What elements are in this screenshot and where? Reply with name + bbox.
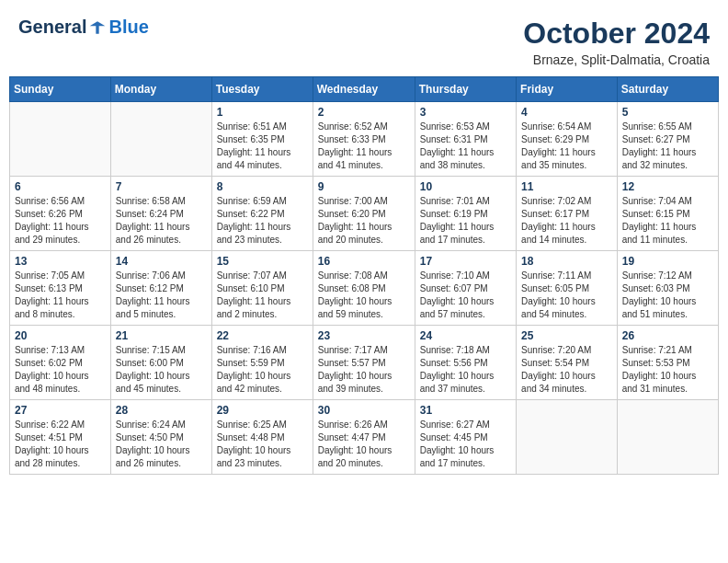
calendar-cell: 28Sunrise: 6:24 AMSunset: 4:50 PMDayligh… bbox=[110, 400, 211, 475]
day-detail: Sunrise: 7:21 AMSunset: 5:53 PMDaylight:… bbox=[622, 344, 713, 396]
day-number: 25 bbox=[521, 329, 612, 342]
calendar-cell: 1Sunrise: 6:51 AMSunset: 6:35 PMDaylight… bbox=[211, 102, 313, 177]
day-number: 8 bbox=[217, 180, 308, 193]
svg-marker-0 bbox=[90, 21, 106, 33]
day-detail: Sunrise: 7:12 AMSunset: 6:03 PMDaylight:… bbox=[622, 270, 713, 321]
calendar-cell: 24Sunrise: 7:18 AMSunset: 5:56 PMDayligh… bbox=[415, 326, 516, 400]
calendar-cell: 14Sunrise: 7:06 AMSunset: 6:12 PMDayligh… bbox=[110, 251, 211, 326]
weekday-header-row: SundayMondayTuesdayWednesdayThursdayFrid… bbox=[10, 77, 719, 102]
calendar-cell: 19Sunrise: 7:12 AMSunset: 6:03 PMDayligh… bbox=[617, 251, 718, 326]
day-detail: Sunrise: 7:05 AMSunset: 6:13 PMDaylight:… bbox=[15, 270, 106, 321]
day-number: 6 bbox=[15, 180, 106, 193]
calendar-week-row: 6Sunrise: 6:56 AMSunset: 6:26 PMDaylight… bbox=[10, 177, 719, 251]
day-detail: Sunrise: 7:10 AMSunset: 6:07 PMDaylight:… bbox=[420, 270, 511, 321]
weekday-header-monday: Monday bbox=[110, 77, 211, 102]
day-number: 12 bbox=[622, 180, 713, 193]
calendar-cell: 22Sunrise: 7:16 AMSunset: 5:59 PMDayligh… bbox=[211, 326, 313, 400]
calendar-cell: 29Sunrise: 6:25 AMSunset: 4:48 PMDayligh… bbox=[211, 400, 313, 475]
calendar-cell: 10Sunrise: 7:01 AMSunset: 6:19 PMDayligh… bbox=[415, 177, 516, 251]
day-detail: Sunrise: 7:07 AMSunset: 6:10 PMDaylight:… bbox=[217, 270, 308, 321]
calendar-cell: 17Sunrise: 7:10 AMSunset: 6:07 PMDayligh… bbox=[415, 251, 516, 326]
calendar-cell: 27Sunrise: 6:22 AMSunset: 4:51 PMDayligh… bbox=[10, 400, 111, 475]
day-detail: Sunrise: 7:02 AMSunset: 6:17 PMDaylight:… bbox=[521, 195, 612, 247]
day-detail: Sunrise: 6:53 AMSunset: 6:31 PMDaylight:… bbox=[420, 121, 511, 172]
day-number: 5 bbox=[622, 106, 713, 119]
day-number: 26 bbox=[622, 329, 713, 342]
calendar-cell: 4Sunrise: 6:54 AMSunset: 6:29 PMDaylight… bbox=[517, 102, 618, 177]
subtitle: Brnaze, Split-Dalmatia, Croatia bbox=[523, 52, 710, 67]
day-number: 19 bbox=[622, 255, 713, 268]
day-detail: Sunrise: 6:24 AMSunset: 4:50 PMDaylight:… bbox=[116, 419, 207, 470]
weekday-header-friday: Friday bbox=[517, 77, 618, 102]
weekday-header-saturday: Saturday bbox=[617, 77, 718, 102]
day-detail: Sunrise: 6:55 AMSunset: 6:27 PMDaylight:… bbox=[622, 121, 713, 172]
day-number: 30 bbox=[318, 404, 410, 417]
day-detail: Sunrise: 7:08 AMSunset: 6:08 PMDaylight:… bbox=[318, 270, 410, 321]
calendar-cell: 6Sunrise: 6:56 AMSunset: 6:26 PMDaylight… bbox=[10, 177, 111, 251]
title-area: October 2024 Brnaze, Split-Dalmatia, Cro… bbox=[523, 17, 710, 67]
day-number: 14 bbox=[116, 255, 207, 268]
day-detail: Sunrise: 6:25 AMSunset: 4:48 PMDaylight:… bbox=[217, 419, 308, 470]
calendar-cell: 12Sunrise: 7:04 AMSunset: 6:15 PMDayligh… bbox=[617, 177, 718, 251]
calendar-cell: 23Sunrise: 7:17 AMSunset: 5:57 PMDayligh… bbox=[313, 326, 415, 400]
calendar-cell: 13Sunrise: 7:05 AMSunset: 6:13 PMDayligh… bbox=[10, 251, 111, 326]
calendar-table: SundayMondayTuesdayWednesdayThursdayFrid… bbox=[9, 76, 719, 475]
calendar-cell: 5Sunrise: 6:55 AMSunset: 6:27 PMDaylight… bbox=[617, 102, 718, 177]
day-detail: Sunrise: 7:20 AMSunset: 5:54 PMDaylight:… bbox=[521, 344, 612, 396]
day-number: 13 bbox=[15, 255, 106, 268]
day-number: 24 bbox=[420, 329, 511, 342]
calendar-cell: 9Sunrise: 7:00 AMSunset: 6:20 PMDaylight… bbox=[313, 177, 415, 251]
day-number: 16 bbox=[318, 255, 410, 268]
day-detail: Sunrise: 7:01 AMSunset: 6:19 PMDaylight:… bbox=[420, 195, 511, 247]
day-number: 23 bbox=[318, 329, 410, 342]
calendar-cell: 30Sunrise: 6:26 AMSunset: 4:47 PMDayligh… bbox=[313, 400, 415, 475]
day-number: 2 bbox=[318, 106, 410, 119]
day-detail: Sunrise: 7:17 AMSunset: 5:57 PMDaylight:… bbox=[318, 344, 410, 396]
month-title: October 2024 bbox=[523, 17, 710, 51]
day-number: 17 bbox=[420, 255, 511, 268]
day-detail: Sunrise: 6:59 AMSunset: 6:22 PMDaylight:… bbox=[217, 195, 308, 247]
day-detail: Sunrise: 7:13 AMSunset: 6:02 PMDaylight:… bbox=[15, 344, 106, 396]
calendar-cell bbox=[10, 102, 111, 177]
day-detail: Sunrise: 6:52 AMSunset: 6:33 PMDaylight:… bbox=[318, 121, 410, 172]
calendar-cell: 25Sunrise: 7:20 AMSunset: 5:54 PMDayligh… bbox=[517, 326, 618, 400]
day-number: 21 bbox=[116, 329, 207, 342]
calendar-week-row: 13Sunrise: 7:05 AMSunset: 6:13 PMDayligh… bbox=[10, 251, 719, 326]
day-number: 18 bbox=[521, 255, 612, 268]
day-number: 22 bbox=[217, 329, 308, 342]
weekday-header-wednesday: Wednesday bbox=[313, 77, 415, 102]
day-number: 4 bbox=[521, 106, 612, 119]
day-number: 27 bbox=[15, 404, 106, 417]
day-detail: Sunrise: 6:56 AMSunset: 6:26 PMDaylight:… bbox=[15, 195, 106, 247]
day-number: 1 bbox=[217, 106, 308, 119]
day-detail: Sunrise: 7:15 AMSunset: 6:00 PMDaylight:… bbox=[116, 344, 207, 396]
calendar-week-row: 20Sunrise: 7:13 AMSunset: 6:02 PMDayligh… bbox=[10, 326, 719, 400]
day-detail: Sunrise: 7:00 AMSunset: 6:20 PMDaylight:… bbox=[318, 195, 410, 247]
logo: General Blue bbox=[18, 17, 149, 38]
day-number: 15 bbox=[217, 255, 308, 268]
day-detail: Sunrise: 7:06 AMSunset: 6:12 PMDaylight:… bbox=[116, 270, 207, 321]
weekday-header-sunday: Sunday bbox=[10, 77, 111, 102]
day-detail: Sunrise: 6:51 AMSunset: 6:35 PMDaylight:… bbox=[217, 121, 308, 172]
calendar-cell: 8Sunrise: 6:59 AMSunset: 6:22 PMDaylight… bbox=[211, 177, 313, 251]
calendar-cell: 2Sunrise: 6:52 AMSunset: 6:33 PMDaylight… bbox=[313, 102, 415, 177]
day-detail: Sunrise: 6:58 AMSunset: 6:24 PMDaylight:… bbox=[116, 195, 207, 247]
day-detail: Sunrise: 6:27 AMSunset: 4:45 PMDaylight:… bbox=[420, 419, 511, 470]
day-detail: Sunrise: 6:54 AMSunset: 6:29 PMDaylight:… bbox=[521, 121, 612, 172]
calendar-cell: 15Sunrise: 7:07 AMSunset: 6:10 PMDayligh… bbox=[211, 251, 313, 326]
calendar-cell bbox=[517, 400, 618, 475]
weekday-header-tuesday: Tuesday bbox=[211, 77, 313, 102]
logo-icon bbox=[88, 18, 107, 37]
page-header: General Blue October 2024 Brnaze, Split-… bbox=[9, 9, 719, 71]
calendar-cell: 20Sunrise: 7:13 AMSunset: 6:02 PMDayligh… bbox=[10, 326, 111, 400]
day-number: 9 bbox=[318, 180, 410, 193]
calendar-cell: 21Sunrise: 7:15 AMSunset: 6:00 PMDayligh… bbox=[110, 326, 211, 400]
day-number: 7 bbox=[116, 180, 207, 193]
calendar-cell: 7Sunrise: 6:58 AMSunset: 6:24 PMDaylight… bbox=[110, 177, 211, 251]
day-number: 31 bbox=[420, 404, 511, 417]
calendar-cell bbox=[110, 102, 211, 177]
day-detail: Sunrise: 7:18 AMSunset: 5:56 PMDaylight:… bbox=[420, 344, 511, 396]
weekday-header-thursday: Thursday bbox=[415, 77, 516, 102]
day-detail: Sunrise: 7:11 AMSunset: 6:05 PMDaylight:… bbox=[521, 270, 612, 321]
calendar-week-row: 1Sunrise: 6:51 AMSunset: 6:35 PMDaylight… bbox=[10, 102, 719, 177]
